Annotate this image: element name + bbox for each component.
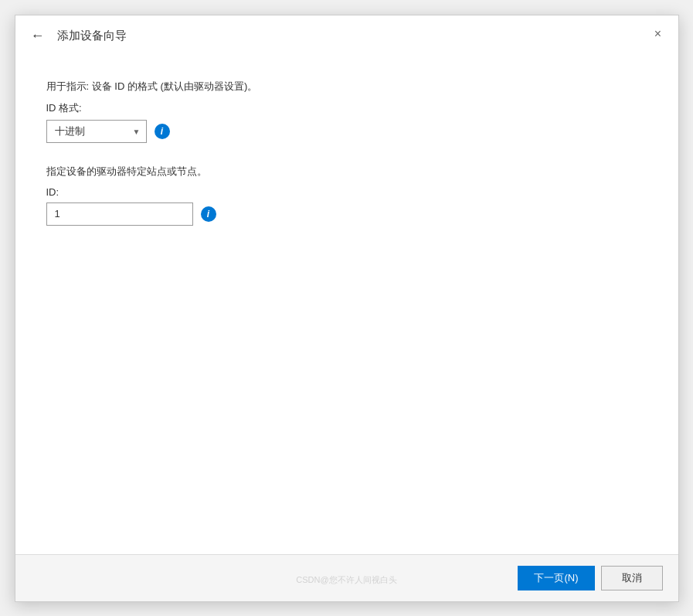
dialog-footer: 下一页(N) 取消	[15, 554, 678, 601]
back-button[interactable]: ←	[28, 25, 48, 47]
id-field-label: ID:	[46, 186, 647, 198]
cancel-button[interactable]: 取消	[601, 566, 663, 590]
id-format-field-row: 十进制 十六进制 八进制 ▼ i	[46, 120, 647, 143]
id-section-description: 指定设备的驱动器特定站点或节点。	[46, 165, 647, 179]
close-button[interactable]: ×	[647, 23, 669, 45]
id-section: 指定设备的驱动器特定站点或节点。 ID: i	[46, 165, 647, 226]
dialog-titlebar: ← 添加设备向导 ×	[15, 15, 678, 56]
id-format-select-wrapper: 十进制 十六进制 八进制 ▼	[46, 120, 147, 143]
id-input[interactable]	[46, 202, 193, 226]
id-format-select[interactable]: 十进制 十六进制 八进制	[46, 120, 147, 143]
add-device-dialog: ← 添加设备向导 × 用于指示: 设备 ID 的格式 (默认由驱动器设置)。 I…	[15, 15, 679, 602]
id-format-section: 用于指示: 设备 ID 的格式 (默认由驱动器设置)。 ID 格式: 十进制 十…	[46, 80, 647, 143]
dialog-content: 用于指示: 设备 ID 的格式 (默认由驱动器设置)。 ID 格式: 十进制 十…	[15, 56, 678, 554]
dialog-title: 添加设备向导	[57, 29, 127, 43]
id-format-description: 用于指示: 设备 ID 的格式 (默认由驱动器设置)。	[46, 80, 647, 94]
next-button[interactable]: 下一页(N)	[518, 566, 594, 590]
id-help-icon[interactable]: i	[201, 206, 216, 222]
id-format-label: ID 格式:	[46, 101, 647, 115]
id-format-help-icon[interactable]: i	[155, 124, 170, 139]
id-field-row: i	[46, 202, 647, 226]
